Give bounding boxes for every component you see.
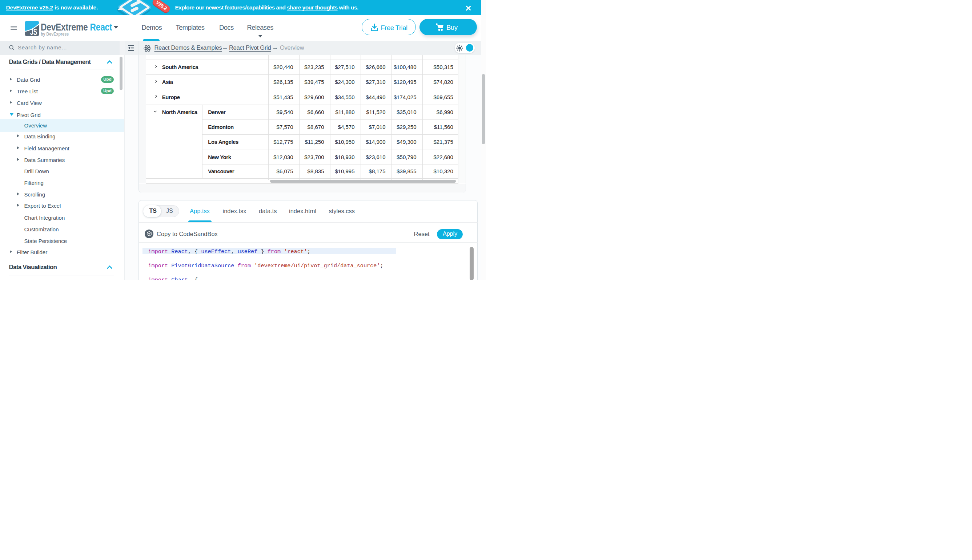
svg-text:JS: JS <box>30 27 37 36</box>
